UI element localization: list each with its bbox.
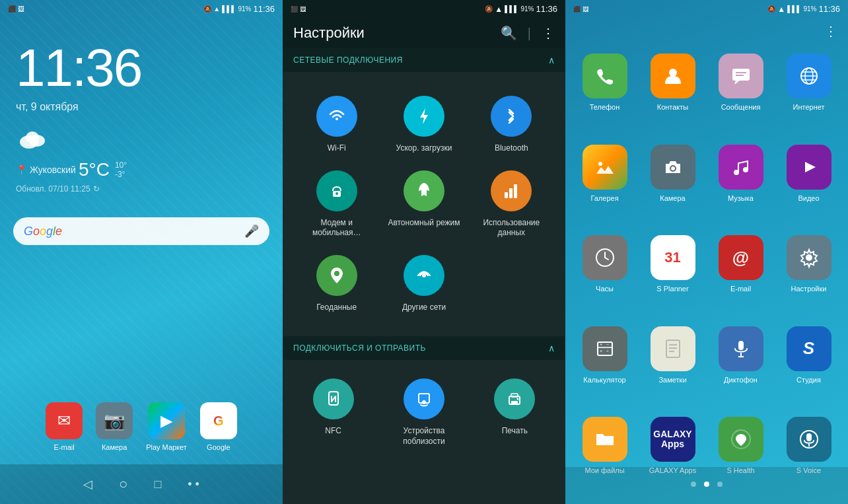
- settings-nfc[interactable]: NFC: [288, 371, 378, 454]
- app-studio[interactable]: S Студия: [777, 322, 840, 408]
- settings-nearby[interactable]: Устройства поблизости: [378, 371, 469, 454]
- app-settings[interactable]: Настройки: [777, 231, 840, 317]
- lock-screen: ⬛ 🖼 🔕 ▲ ▌▌▌ 91% 11:36 11:36 чт, 9 октябр…: [0, 0, 283, 504]
- svg-rect-54: [806, 433, 812, 441]
- app-contacts[interactable]: Контакты: [641, 50, 704, 135]
- download-boost-label: Ускор. загрузки: [396, 143, 452, 154]
- bolt-icon: [413, 106, 435, 127]
- svg-rect-8: [514, 184, 517, 198]
- svg-point-0: [20, 135, 38, 149]
- dock-google-label: Google: [207, 443, 230, 451]
- app-phone[interactable]: Телефон: [573, 50, 636, 135]
- music-label: Музыка: [728, 194, 754, 203]
- svg-text:×: ×: [600, 349, 602, 353]
- dock-playstore[interactable]: ▶ Play Маркет: [146, 402, 187, 451]
- wifi-status2: ▲: [495, 5, 503, 14]
- app-messages[interactable]: Сообщения: [709, 50, 772, 135]
- app-memo[interactable]: Заметки: [641, 322, 704, 408]
- wifi-status-icon: ▲: [213, 5, 220, 13]
- svg-rect-48: [738, 341, 744, 350]
- collapse-icon2[interactable]: ∧: [548, 343, 555, 353]
- lock-temp-range: 10° -3°: [115, 161, 127, 179]
- settings-svg: [797, 246, 821, 270]
- galaxy-apps-icon: GALAXYApps: [651, 417, 695, 462]
- signal2: ▌▌▌: [505, 5, 518, 13]
- dock-google[interactable]: G Google: [200, 402, 237, 451]
- wifi-label: Wi-Fi: [328, 143, 346, 154]
- calculator-label: Калькулятор: [583, 375, 625, 384]
- lock-temp: 5°C: [79, 159, 110, 180]
- nearby-icon: [413, 388, 435, 410]
- settings-location[interactable]: Геоданные: [293, 247, 380, 321]
- settings-download-boost[interactable]: Ускор. загрузки: [380, 88, 467, 162]
- mute-icon2: 🔕: [485, 5, 493, 13]
- svg-point-5: [336, 192, 338, 195]
- dock-email[interactable]: ✉ E-mail: [46, 402, 83, 451]
- messages-icon: [719, 54, 763, 98]
- image-icon: 🖼: [18, 5, 24, 13]
- voice-search-icon[interactable]: 🎤: [244, 224, 259, 238]
- app-email[interactable]: @ E-mail: [709, 231, 772, 317]
- networks-icon: [413, 265, 435, 286]
- search-icon[interactable]: 🔍: [501, 25, 517, 41]
- home-button[interactable]: ○: [119, 476, 127, 493]
- app-gallery[interactable]: Галерея: [573, 141, 636, 227]
- bluetooth-label: Bluetooth: [495, 143, 528, 154]
- collapse-icon[interactable]: ∧: [548, 55, 555, 65]
- nearby-circle: [404, 378, 444, 419]
- dock-camera[interactable]: 📷 Камера: [96, 402, 133, 451]
- more-icon2[interactable]: ⋮: [824, 23, 837, 39]
- hotspot-label: Модем и мобильная…: [299, 218, 374, 238]
- app-splanner[interactable]: 31 S Planner: [641, 231, 704, 317]
- screenshot-icon: ⬛: [8, 5, 16, 13]
- google-search-bar[interactable]: Google 🎤: [13, 217, 269, 245]
- temp-high: 10°: [115, 161, 127, 170]
- app-video[interactable]: Видео: [777, 141, 840, 227]
- app-dictaphone[interactable]: Диктофон: [709, 322, 772, 408]
- camera-icon2: [651, 145, 695, 190]
- phone-svg: [593, 64, 617, 88]
- page-dot-3[interactable]: [717, 482, 723, 487]
- myfiles-icon: [583, 417, 627, 462]
- recents-button[interactable]: □: [154, 478, 161, 491]
- back-button[interactable]: ◁: [83, 477, 92, 491]
- connect-grid: NFC Устройства поблизости: [288, 365, 560, 460]
- google-logo: Google: [24, 225, 62, 238]
- dictaphone-label: Диктофон: [724, 375, 758, 384]
- cloud-icon: [16, 126, 50, 149]
- bluetooth-icon: [501, 106, 522, 127]
- lock-update: Обновл. 07/10 11:25 ↻: [0, 180, 283, 198]
- app-internet[interactable]: Интернет: [777, 50, 840, 135]
- app-camera[interactable]: Камера: [641, 141, 704, 227]
- email-icon2: @: [719, 235, 763, 280]
- section-network: СЕТЕВЫЕ ПОДКЛЮЧЕНИЯ ∧: [283, 48, 565, 72]
- more-icon[interactable]: ⋮: [542, 25, 555, 41]
- dots-button[interactable]: • •: [188, 478, 199, 491]
- playstore-icon-wrap: ▶: [148, 402, 185, 439]
- memo-icon: [651, 326, 695, 371]
- settings-airplane[interactable]: Автономный режим: [380, 162, 467, 246]
- page-dot-1[interactable]: [691, 482, 696, 487]
- settings-data-usage[interactable]: Использование данных: [468, 162, 555, 246]
- settings-print[interactable]: Печать: [470, 371, 560, 454]
- wifi-status3: ▲: [777, 5, 785, 14]
- app-music[interactable]: Музыка: [709, 141, 772, 227]
- shealth-icon: [719, 417, 763, 462]
- health-svg: [729, 427, 753, 451]
- page-dot-2[interactable]: [704, 482, 709, 487]
- svg-point-37: [806, 254, 812, 261]
- camera-svg: [661, 155, 685, 179]
- google-icon-wrap: G: [200, 402, 237, 439]
- internet-svg: [797, 64, 821, 88]
- app-calculator[interactable]: + − × ÷ Калькулятор: [573, 322, 636, 408]
- studio-icon: S: [787, 326, 831, 371]
- settings-other-networks[interactable]: Другие сети: [380, 247, 467, 321]
- app-clock[interactable]: Часы: [573, 231, 636, 317]
- lock-status-bar: ⬛ 🖼 🔕 ▲ ▌▌▌ 91% 11:36: [0, 0, 283, 18]
- studio-label: Студия: [796, 375, 821, 384]
- svg-rect-6: [505, 192, 508, 198]
- network-grid: Wi-Fi Ускор. загрузки: [288, 77, 560, 331]
- settings-wifi[interactable]: Wi-Fi: [293, 88, 380, 162]
- settings-bluetooth[interactable]: Bluetooth: [468, 88, 555, 162]
- settings-hotspot[interactable]: Модем и мобильная…: [293, 162, 380, 246]
